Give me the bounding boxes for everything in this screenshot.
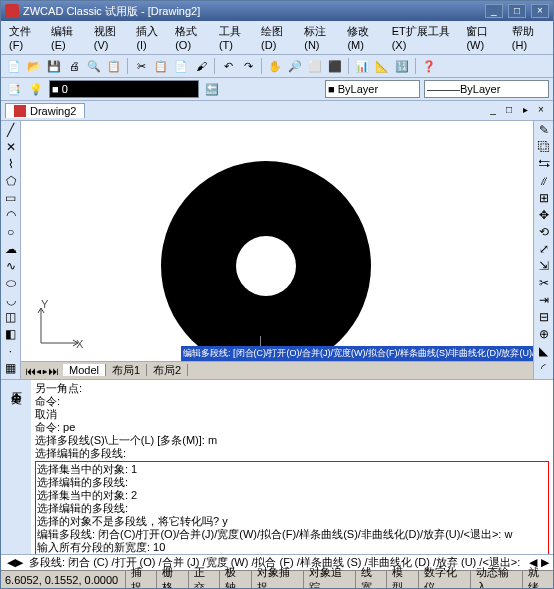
menu-item[interactable]: 编辑(E) (47, 23, 88, 52)
zoom-rt-icon[interactable]: 🔎 (286, 57, 304, 75)
pan-icon[interactable]: ✋ (266, 57, 284, 75)
status-toggle[interactable]: 极轴 (219, 571, 250, 588)
point-icon[interactable]: · (3, 344, 19, 358)
status-toggle[interactable]: 栅格 (156, 571, 187, 588)
preview-icon[interactable]: 🔍 (85, 57, 103, 75)
paste-icon[interactable]: 📄 (172, 57, 190, 75)
layout-tab[interactable]: 布局2 (147, 364, 188, 376)
status-toggle[interactable]: 对象追踪 (303, 571, 355, 588)
menu-bar: 文件(F)编辑(E)视图(V)插入(I)格式(O)工具(T)绘图(D)标注(N)… (1, 21, 553, 55)
spline-icon[interactable]: ∿ (3, 259, 19, 273)
status-toggle[interactable]: 对象捕捉 (251, 571, 303, 588)
zoom-prev-icon[interactable]: ⬛ (326, 57, 344, 75)
calc-icon[interactable]: 🔢 (393, 57, 411, 75)
tab-min-icon[interactable]: _ (486, 104, 500, 118)
linetype-combo[interactable]: ——— ByLayer (424, 80, 549, 98)
hatch-icon[interactable]: ▦ (3, 361, 19, 375)
pline-icon[interactable]: ⌇ (3, 157, 19, 171)
cut-icon[interactable]: ✂ (132, 57, 150, 75)
open-icon[interactable]: 📂 (25, 57, 43, 75)
new-icon[interactable]: 📄 (5, 57, 23, 75)
circle-icon[interactable]: ○ (3, 225, 19, 239)
chamfer-icon[interactable]: ◣ (536, 344, 552, 358)
arc-icon[interactable]: ◠ (3, 208, 19, 222)
insert-icon[interactable]: ◫ (3, 310, 19, 324)
main-area: ╱ ✕ ⌇ ⬠ ▭ ◠ ○ ☁ ∿ ⬭ ◡ ◫ ◧ · ▦ ◐ ▢ ▤ A YX… (1, 121, 553, 379)
mirror-icon[interactable]: ⮀ (536, 157, 552, 171)
publish-icon[interactable]: 📋 (105, 57, 123, 75)
fillet-icon[interactable]: ◜ (536, 361, 552, 375)
status-toggle[interactable]: 线宽 (355, 571, 386, 588)
array-icon[interactable]: ⊞ (536, 191, 552, 205)
print-icon[interactable]: 🖨 (65, 57, 83, 75)
layout-tabs: ⏮◀▶⏭ Model布局1布局2 (21, 361, 533, 379)
extend-icon[interactable]: ⇥ (536, 293, 552, 307)
copy2-icon[interactable]: ⿻ (536, 140, 552, 154)
menu-item[interactable]: 标注(N) (300, 23, 341, 52)
ellipse-icon[interactable]: ⬭ (3, 276, 19, 290)
layout-tab[interactable]: Model (63, 364, 106, 376)
status-toggle[interactable]: 正交 (188, 571, 219, 588)
zoom-win-icon[interactable]: ⬜ (306, 57, 324, 75)
layer-prev-icon[interactable]: 🔙 (203, 80, 221, 98)
menu-item[interactable]: 帮助(H) (508, 23, 549, 52)
command-history[interactable]: 另一角点:命令:取消命令: pe选择多段线(S)\上一个(L) [多条(M)]:… (31, 380, 553, 554)
tab-restore-icon[interactable]: □ (502, 104, 516, 118)
status-toggle[interactable]: 数字化仪 (418, 571, 470, 588)
trim-icon[interactable]: ✂ (536, 276, 552, 290)
tab-nav-icon[interactable]: ▸ (518, 104, 532, 118)
status-bar: 6.6052, 0.1552, 0.0000 捕捉栅格正交极轴对象捕捉对象追踪线… (1, 570, 553, 588)
rotate-icon[interactable]: ⟲ (536, 225, 552, 239)
match-icon[interactable]: 🖌 (192, 57, 210, 75)
copy-icon[interactable]: 📋 (152, 57, 170, 75)
draw-toolbar: ╱ ✕ ⌇ ⬠ ▭ ◠ ○ ☁ ∿ ⬭ ◡ ◫ ◧ · ▦ ◐ ▢ ▤ A (1, 121, 21, 379)
offset-icon[interactable]: ⫽ (536, 174, 552, 188)
rect-icon[interactable]: ▭ (3, 191, 19, 205)
cmd-nav-icon[interactable]: ◀▶ (1, 556, 29, 569)
xline-icon[interactable]: ✕ (3, 140, 19, 154)
minimize-button[interactable]: _ (485, 4, 503, 18)
maximize-button[interactable]: □ (508, 4, 526, 18)
scale-icon[interactable]: ⤢ (536, 242, 552, 256)
menu-item[interactable]: 修改(M) (343, 23, 385, 52)
join-icon[interactable]: ⊕ (536, 327, 552, 341)
line-icon[interactable]: ╱ (3, 123, 19, 137)
status-toggle[interactable]: 模型 (386, 571, 417, 588)
layer-combo[interactable]: ■ 0 (49, 80, 199, 98)
drawing-canvas[interactable]: YX 编辑多段线: [闭合(C)/打开(O)/合并(J)/宽度(W)/拟合(F)… (21, 121, 533, 361)
status-toggle[interactable]: 就绪 (522, 571, 553, 588)
redo-icon[interactable]: ↷ (239, 57, 257, 75)
menu-item[interactable]: 绘图(D) (257, 23, 298, 52)
move-icon[interactable]: ✥ (536, 208, 552, 222)
menu-item[interactable]: 插入(I) (132, 23, 169, 52)
tab-close-icon[interactable]: × (534, 104, 548, 118)
revcloud-icon[interactable]: ☁ (3, 242, 19, 256)
status-toggle[interactable]: 捕捉 (125, 571, 156, 588)
modify-toolbar: ✎ ⿻ ⮀ ⫽ ⊞ ✥ ⟲ ⤢ ⇲ ✂ ⇥ ⊟ ⊕ ◣ ◜ ✴ (533, 121, 553, 379)
help-icon[interactable]: ❓ (420, 57, 438, 75)
break-icon[interactable]: ⊟ (536, 310, 552, 324)
layout-tab[interactable]: 布局1 (106, 364, 147, 376)
menu-item[interactable]: ET扩展工具(X) (388, 23, 461, 52)
props-icon[interactable]: 📊 (353, 57, 371, 75)
undo-icon[interactable]: ↶ (219, 57, 237, 75)
erase-icon[interactable]: ✎ (536, 123, 552, 137)
menu-item[interactable]: 视图(V) (90, 23, 131, 52)
save-icon[interactable]: 💾 (45, 57, 63, 75)
stretch-icon[interactable]: ⇲ (536, 259, 552, 273)
close-button[interactable]: × (531, 4, 549, 18)
layer-state-icon[interactable]: 💡 (27, 80, 45, 98)
tab-nav-left-icon[interactable]: ⏮◀▶⏭ (21, 365, 63, 377)
block-icon[interactable]: ◧ (3, 327, 19, 341)
color-combo[interactable]: ■ ByLayer (325, 80, 420, 98)
layer-mgr-icon[interactable]: 📑 (5, 80, 23, 98)
menu-item[interactable]: 格式(O) (171, 23, 213, 52)
desc-icon[interactable]: 📐 (373, 57, 391, 75)
menu-item[interactable]: 文件(F) (5, 23, 45, 52)
ellarc-icon[interactable]: ◡ (3, 293, 19, 307)
menu-item[interactable]: 工具(T) (215, 23, 255, 52)
status-toggle[interactable]: 动态输入 (470, 571, 522, 588)
document-tab[interactable]: Drawing2 (5, 103, 85, 118)
polygon-icon[interactable]: ⬠ (3, 174, 19, 188)
menu-item[interactable]: 窗口(W) (462, 23, 505, 52)
